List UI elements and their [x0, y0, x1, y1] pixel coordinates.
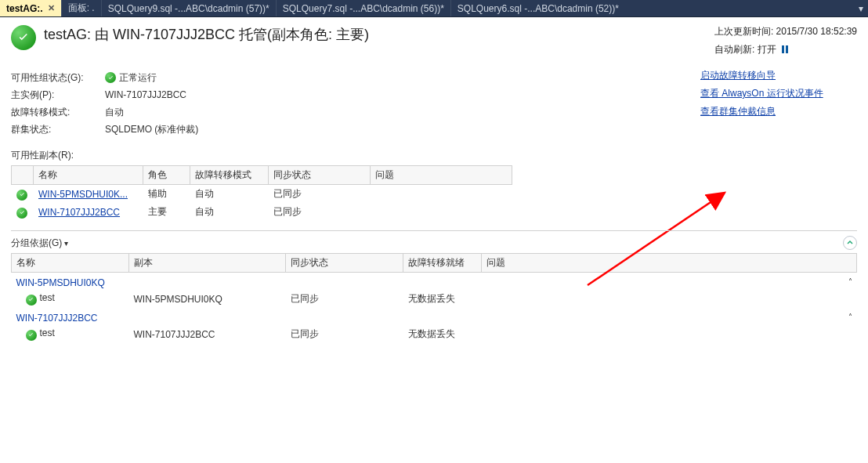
tab-label: SQLQuery9.sql -...ABC\dcadmin (57))*: [108, 3, 269, 14]
collapse-all-button[interactable]: [843, 236, 857, 250]
col-header-role[interactable]: 角色: [143, 166, 190, 185]
db-issues: [482, 325, 857, 343]
pause-icon[interactable]: [782, 45, 790, 52]
col-header-failover-ready[interactable]: 故障转移就绪: [403, 254, 482, 273]
status-ok-icon: [26, 295, 37, 306]
link-view-cluster-quorum[interactable]: 查看群集仲裁信息: [700, 105, 857, 118]
db-replica: WIN-5PMSDHUI0KQ: [129, 290, 286, 308]
replica-issues: [371, 203, 512, 221]
primary-instance-value: WIN-7107JJJ2BCC: [105, 89, 186, 100]
replica-link[interactable]: WIN-7107JJJ2BCC: [38, 207, 120, 218]
db-replica: WIN-7107JJJ2BCC: [129, 325, 286, 343]
cluster-state-label: 群集状态:: [11, 123, 105, 136]
database-states-table: 名称 副本 同步状态 故障转移就绪 问题 WIN-5PMSDHUI0KQ˄ te…: [11, 253, 857, 343]
replica-row[interactable]: WIN-5PMSDHUI0K... 辅助 自动 已同步: [12, 185, 512, 204]
replica-sync: 已同步: [269, 203, 371, 221]
tab-panel[interactable]: 面板: .: [62, 0, 101, 16]
status-ok-icon: [26, 330, 37, 341]
col-header-name[interactable]: 名称: [34, 166, 143, 185]
replicas-section-title: 可用性副本(R):: [0, 144, 868, 165]
db-row[interactable]: test WIN-7107JJJ2BCC 已同步 无数据丢失: [12, 325, 857, 343]
cluster-state-value: SQLDEMO (标准仲裁): [105, 123, 198, 136]
status-ok-icon: [16, 190, 27, 201]
chevron-up-icon: ˄: [848, 277, 852, 286]
group-by-dropdown[interactable]: 分组依据(G): [11, 237, 68, 250]
col-header-issues[interactable]: 问题: [371, 166, 512, 185]
db-ready: 无数据丢失: [403, 325, 482, 343]
status-ok-icon: [16, 208, 27, 219]
col-header-sync[interactable]: 同步状态: [269, 166, 371, 185]
tab-label: testAG:.: [6, 3, 43, 14]
db-name: test: [40, 327, 55, 338]
tab-label: 面板: .: [68, 2, 95, 15]
failover-mode-label: 故障转移模式:: [11, 106, 105, 119]
col-header-name[interactable]: 名称: [12, 254, 129, 273]
db-name: test: [40, 292, 55, 303]
ag-state-value: 正常运行: [119, 71, 157, 85]
tab-sqlquery9[interactable]: SQLQuery9.sql -...ABC\dcadmin (57))*: [102, 0, 276, 16]
replica-row[interactable]: WIN-7107JJJ2BCC 主要 自动 已同步: [12, 203, 512, 221]
last-update-time: 上次更新时间: 2015/7/30 18:52:39: [714, 25, 857, 38]
close-icon[interactable]: ✕: [48, 3, 55, 13]
replica-role: 主要: [143, 203, 190, 221]
ag-summary: 可用性组状态(G): 正常运行 主实例(P): WIN-7107JJJ2BCC …: [11, 69, 700, 138]
dashboard-header: testAG: 由 WIN-7107JJJ2BCC 托管(副本角色: 主要) 上…: [0, 17, 868, 66]
failover-mode-value: 自动: [105, 106, 124, 119]
db-sync: 已同步: [286, 290, 403, 308]
tab-testag[interactable]: testAG:. ✕: [0, 0, 61, 16]
replica-sync: 已同步: [269, 185, 371, 204]
db-sync: 已同步: [286, 325, 403, 343]
db-group-header[interactable]: WIN-5PMSDHUI0KQ˄: [12, 273, 857, 291]
ag-state-label: 可用性组状态(G):: [11, 71, 105, 85]
tab-label: SQLQuery6.sql -...ABC\dcadmin (52))*: [458, 3, 619, 14]
primary-instance-label: 主实例(P):: [11, 89, 105, 102]
col-header-failover-mode[interactable]: 故障转移模式: [190, 166, 269, 185]
db-ready: 无数据丢失: [403, 290, 482, 308]
col-header-sync[interactable]: 同步状态: [286, 254, 403, 273]
link-view-alwayson-events[interactable]: 查看 AlwaysOn 运行状况事件: [700, 87, 857, 100]
db-group-header[interactable]: WIN-7107JJJ2BCC˄: [12, 308, 857, 325]
chevron-up-icon: ˄: [848, 313, 852, 321]
db-row[interactable]: test WIN-5PMSDHUI0KQ 已同步 无数据丢失: [12, 290, 857, 308]
action-links: 启动故障转移向导 查看 AlwaysOn 运行状况事件 查看群集仲裁信息: [700, 69, 857, 138]
replicas-table: 名称 角色 故障转移模式 同步状态 问题 WIN-5PMSDHUI0K... 辅…: [11, 165, 512, 221]
page-title: testAG: 由 WIN-7107JJJ2BCC 托管(副本角色: 主要): [44, 25, 369, 44]
status-ok-icon: [11, 25, 36, 50]
replica-issues: [371, 185, 512, 204]
tab-label: SQLQuery7.sql -...ABC\dcadmin (56))*: [283, 3, 444, 14]
replica-failover-mode: 自动: [190, 203, 269, 221]
replica-failover-mode: 自动: [190, 185, 269, 204]
col-header-status[interactable]: [12, 166, 34, 185]
auto-refresh-status: 自动刷新: 打开: [714, 43, 857, 56]
replica-link[interactable]: WIN-5PMSDHUI0K...: [38, 189, 128, 200]
tab-sqlquery6[interactable]: SQLQuery6.sql -...ABC\dcadmin (52))*: [451, 0, 625, 16]
col-header-issues[interactable]: 问题: [482, 254, 857, 273]
status-ok-icon: [105, 72, 116, 83]
link-start-failover-wizard[interactable]: 启动故障转移向导: [700, 69, 857, 82]
tab-sqlquery7[interactable]: SQLQuery7.sql -...ABC\dcadmin (56))*: [277, 0, 450, 16]
db-issues: [482, 290, 857, 308]
replica-role: 辅助: [143, 185, 190, 204]
col-header-replica[interactable]: 副本: [129, 254, 286, 273]
tab-overflow-dropdown[interactable]: ▾: [854, 0, 868, 16]
document-tab-strip: testAG:. ✕ 面板: . SQLQuery9.sql -...ABC\d…: [0, 0, 868, 17]
